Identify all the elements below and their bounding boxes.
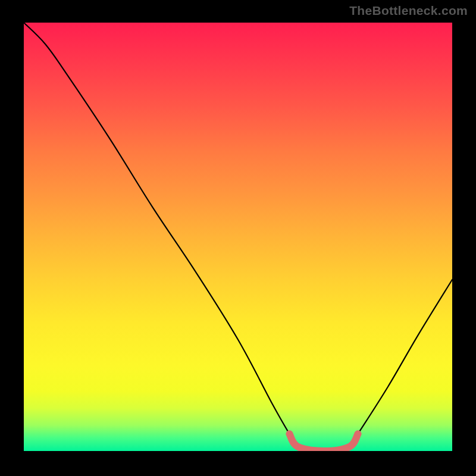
chart-container: TheBottleneck.com bbox=[0, 0, 476, 476]
optimal-range-highlight bbox=[289, 434, 358, 451]
watermark-text: TheBottleneck.com bbox=[349, 4, 468, 18]
bottleneck-curve-line bbox=[24, 23, 452, 451]
bottleneck-curve-svg bbox=[24, 23, 452, 451]
plot-area bbox=[24, 23, 452, 451]
